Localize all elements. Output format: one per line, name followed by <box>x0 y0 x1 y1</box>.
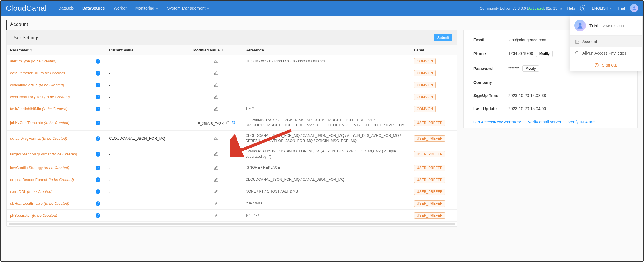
edit-icon[interactable] <box>213 70 219 76</box>
dropdown-signout[interactable]: Sign out <box>570 59 642 71</box>
current-value: - <box>105 210 190 222</box>
reference-text: LE_256MB_TASK / GE_3GB_TASK / SR_DORIS_T… <box>246 118 405 127</box>
label-tag: COMMON <box>414 58 436 64</box>
param-name[interactable]: extraDDL (to be Created) <box>10 189 52 194</box>
info-icon[interactable]: i <box>96 213 100 218</box>
profile-row: Company <box>473 76 627 89</box>
param-name[interactable]: jobKvConfTemplate (to be Created) <box>10 121 69 125</box>
profile-row: Last Update2023-10-20 15:04:00 <box>473 102 627 115</box>
horizontal-scrollbar[interactable] <box>9 223 455 225</box>
col-reference: Reference <box>242 45 411 55</box>
param-name[interactable]: criticalImAlertUrl (to be Created) <box>10 83 64 87</box>
profile-label: SignUp Time <box>473 93 508 98</box>
edit-icon[interactable] <box>213 151 219 156</box>
table-row: defaultMsgFormat (to be Created)iCLOUDCA… <box>7 131 457 146</box>
param-name[interactable]: defaultImAlertUrl (to be Created) <box>10 71 65 75</box>
current-value: - <box>105 186 190 198</box>
dropdown-aliyun[interactable]: Aliyun Access Privileges <box>570 47 642 59</box>
param-name[interactable]: dbHeartbeatEnable (to be Created) <box>10 201 69 206</box>
info-icon[interactable]: i <box>96 189 100 194</box>
info-icon[interactable]: i <box>96 177 100 182</box>
link-verify-email[interactable]: Verify email server <box>528 120 561 124</box>
edit-icon[interactable] <box>213 213 219 218</box>
info-icon[interactable]: i <box>96 166 100 170</box>
chevron-down-icon <box>609 7 612 10</box>
param-name[interactable]: taskAlertInhibitMin (to be Created) <box>10 107 67 111</box>
nav-worker[interactable]: Worker <box>114 6 127 10</box>
modify-button[interactable]: Modify <box>536 51 553 57</box>
user-settings-card: User Settings Submit Parameter⇅ Current … <box>6 30 457 227</box>
current-value: - <box>105 162 190 174</box>
filter-icon[interactable] <box>221 48 224 51</box>
current-value: CLOUDCANAL_JSON_FOR_MQ <box>105 131 190 146</box>
profile-label: Company <box>473 80 508 85</box>
help-icon[interactable]: ? <box>580 5 586 11</box>
info-icon[interactable]: i <box>96 59 100 64</box>
col-parameter[interactable]: Parameter⇅ <box>7 45 105 55</box>
edit-icon[interactable] <box>213 106 219 111</box>
nav-datasource[interactable]: DataSource <box>82 6 105 10</box>
param-name[interactable]: originalDecodeFormat (to be Created) <box>10 177 74 182</box>
info-icon[interactable]: i <box>96 136 100 141</box>
param-name[interactable]: keyConflictStrategy (to be Created) <box>10 166 69 170</box>
profile-value: 2023-10-20 15:04:00 <box>508 106 627 111</box>
submit-button[interactable]: Submit <box>434 34 452 41</box>
modify-button[interactable]: Modify <box>522 65 539 72</box>
param-name[interactable]: defaultMsgFormat (to be Created) <box>10 136 67 141</box>
trial-text: Trial <box>618 6 625 10</box>
table-row: webHookProxyHost (to be Created)i-COMMON <box>7 91 457 103</box>
edit-icon[interactable] <box>213 177 219 182</box>
avatar[interactable] <box>630 4 638 12</box>
language-selector[interactable]: ENGLISH <box>592 6 612 10</box>
sort-icon[interactable]: ⇅ <box>30 49 33 52</box>
profile-label: Email <box>473 37 508 42</box>
table-row: extraDDL (to be Created)i-NONE / PT / GH… <box>7 186 457 198</box>
edit-icon[interactable] <box>225 120 230 125</box>
info-icon[interactable]: i <box>96 121 100 125</box>
profile-links: Get AccessKey/SecretKey Verify email ser… <box>473 115 627 124</box>
reference-text: NONE / PT / GHOST / ALI_DMS <box>246 189 298 193</box>
edit-icon[interactable] <box>213 94 219 99</box>
edit-icon[interactable] <box>213 58 219 64</box>
profile-label: Password <box>473 66 508 71</box>
link-accesskey[interactable]: Get AccessKey/SecretKey <box>473 120 521 124</box>
info-icon[interactable]: i <box>96 201 100 206</box>
current-value: 1 <box>105 103 190 115</box>
nav-system[interactable]: System Management <box>167 6 210 10</box>
table-row: targetExtendMsgFormat (to be Created)i-E… <box>7 146 457 162</box>
reference-text: $ / _ / - / ... <box>246 213 263 217</box>
dropdown-account[interactable]: Account <box>570 36 642 47</box>
param-name[interactable]: webHookProxyHost (to be Created) <box>10 95 70 99</box>
revert-icon[interactable] <box>231 120 236 125</box>
user-dropdown: Trial12345678900 Account Aliyun Access P… <box>570 16 642 71</box>
user-icon <box>632 6 637 11</box>
edit-icon[interactable] <box>213 135 219 141</box>
info-icon[interactable]: i <box>96 95 100 99</box>
help-link[interactable]: Help <box>567 6 575 10</box>
param-name[interactable]: alertImType (to be Created) <box>10 59 56 63</box>
edit-icon[interactable] <box>213 201 219 206</box>
nav-monitoring[interactable]: Monitoring <box>135 6 158 10</box>
edit-icon[interactable] <box>213 189 219 194</box>
info-icon[interactable]: i <box>96 83 100 87</box>
svg-point-0 <box>633 6 635 8</box>
info-icon[interactable]: i <box>96 71 100 76</box>
col-label: Label <box>411 45 457 55</box>
current-value: - <box>105 115 190 131</box>
param-name[interactable]: targetExtendMsgFormat (to be Created) <box>10 152 77 156</box>
nav-datajob[interactable]: DataJob <box>58 6 74 10</box>
current-value: - <box>105 67 190 79</box>
param-name[interactable]: pkSeparator (to be Created) <box>10 213 57 218</box>
link-verify-im[interactable]: Verify IM Alarm <box>568 120 596 124</box>
label-tag: USER_PREFER <box>414 177 445 183</box>
current-value: - <box>105 146 190 162</box>
col-modified[interactable]: Modified Value <box>190 45 242 55</box>
edit-icon[interactable] <box>213 165 219 170</box>
edit-icon[interactable] <box>213 82 219 87</box>
table-row: dbHeartbeatEnable (to be Created)i-true … <box>7 198 457 210</box>
info-icon[interactable]: i <box>96 107 100 111</box>
label-tag: USER_PREFER <box>414 120 445 126</box>
current-value: - <box>105 198 190 210</box>
info-icon[interactable]: i <box>96 152 100 157</box>
table-row: alertImType (to be Created)i-dingtalk / … <box>7 55 457 67</box>
